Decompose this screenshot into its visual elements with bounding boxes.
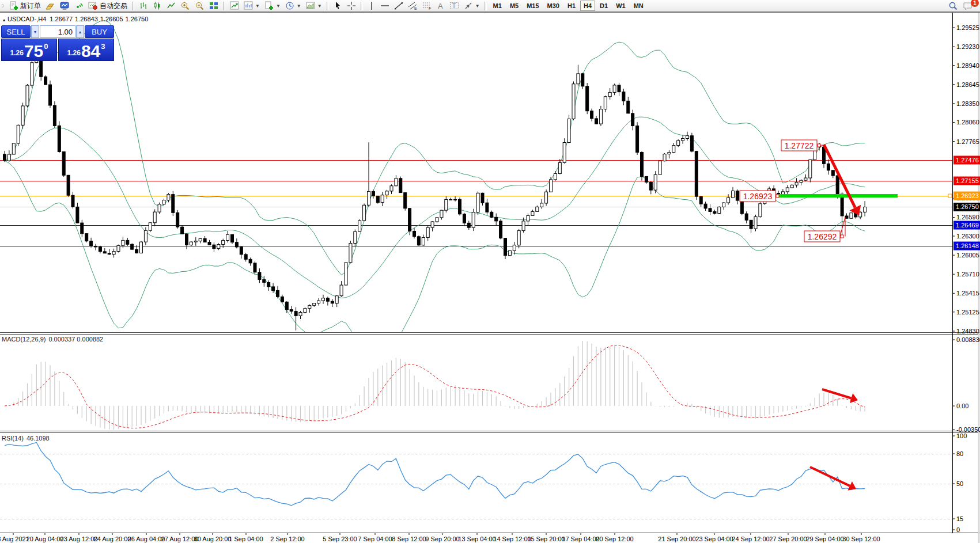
bull-candle xyxy=(672,146,675,153)
timeframe-m30[interactable]: M30 xyxy=(544,1,563,11)
new-order-button[interactable]: 新订单 xyxy=(7,1,43,11)
red-trend-arrow[interactable] xyxy=(810,467,856,491)
price-annotation-label[interactable]: 1.27722 xyxy=(781,140,823,151)
timeframe-h1[interactable]: H1 xyxy=(564,1,579,11)
timeframe-d1[interactable]: D1 xyxy=(596,1,611,11)
clock-button[interactable]: ▼ xyxy=(283,1,304,11)
line-chart-button[interactable] xyxy=(164,1,178,11)
bull-candle xyxy=(659,161,661,175)
chart-canvas[interactable]: 1.277221.269231.262921.295251.292301.289… xyxy=(0,0,980,543)
bull-candle xyxy=(217,244,220,248)
bull-candle xyxy=(809,160,812,178)
red-trend-arrow[interactable] xyxy=(822,389,858,403)
price-annotation-label[interactable]: 1.26923 xyxy=(740,191,779,202)
bull-candle xyxy=(436,218,438,222)
symbol-name: USDCAD-,H4 xyxy=(7,16,46,22)
notifications-button[interactable]: 1 xyxy=(960,1,975,11)
price-annotation-label[interactable]: 1.26292 xyxy=(804,217,845,242)
bull-candle xyxy=(422,237,425,245)
bear-candle xyxy=(404,193,407,208)
fibonacci-button[interactable]: F xyxy=(420,1,434,11)
timeframe-m1[interactable]: M1 xyxy=(490,1,505,11)
market-watch-button[interactable] xyxy=(58,1,72,11)
volume-decrease-button[interactable]: ▼ xyxy=(31,25,39,38)
buy-price-display[interactable]: 1.26 84 3 xyxy=(58,39,114,61)
candle-chart-button[interactable] xyxy=(150,1,164,11)
bull-candle xyxy=(795,183,798,185)
text-button[interactable]: A xyxy=(434,1,447,11)
bear-candle xyxy=(81,223,84,234)
bear-candle xyxy=(277,290,279,297)
time-tick-label: 24 Sep 12:00 xyxy=(732,536,769,542)
bear-candle xyxy=(181,227,184,234)
equidistant-channel-button[interactable]: E xyxy=(406,1,420,11)
auto-trading-button[interactable]: 自动交易 xyxy=(86,1,130,11)
bull-candle xyxy=(668,153,671,154)
bull-candle xyxy=(426,227,429,237)
chart-shift-button[interactable]: ▼ xyxy=(304,1,324,11)
bear-candle xyxy=(108,253,111,255)
trendline-button[interactable] xyxy=(392,1,406,11)
bull-candle xyxy=(517,231,520,245)
macd-tick-label: 0.008836 xyxy=(956,336,980,343)
zoom-out-button[interactable] xyxy=(192,1,207,11)
gold-button[interactable] xyxy=(43,1,58,11)
bear-candle xyxy=(500,221,502,238)
bear-candle xyxy=(186,234,188,245)
bear-candle xyxy=(467,223,470,227)
search-button[interactable] xyxy=(946,1,960,11)
timeframe-h4[interactable]: H4 xyxy=(580,1,595,11)
bear-candle xyxy=(103,252,106,253)
bear-candle xyxy=(709,208,712,212)
volume-increase-button[interactable]: ▲ xyxy=(76,25,84,38)
time-tick-label: 26 Aug 04:00 xyxy=(128,536,165,542)
periods-button[interactable]: ▼ xyxy=(241,1,262,11)
volume-input[interactable]: 1.00 xyxy=(40,25,75,38)
svg-text:A: A xyxy=(438,2,443,10)
annotation-text: 1.26292 xyxy=(808,232,837,241)
timeframe-m5[interactable]: M5 xyxy=(506,1,522,11)
signal-button[interactable] xyxy=(72,1,86,11)
bear-candle xyxy=(326,298,329,301)
bar-chart-button[interactable] xyxy=(137,1,150,11)
bear-candle xyxy=(272,287,275,290)
bull-candle xyxy=(149,223,152,231)
line-handle[interactable] xyxy=(948,194,952,198)
timeframe-mn[interactable]: MN xyxy=(630,1,647,11)
bear-candle xyxy=(454,199,457,200)
bull-candle xyxy=(759,204,762,217)
sell-button[interactable]: SELL xyxy=(1,25,31,38)
vertical-line-button[interactable] xyxy=(365,1,378,11)
sell-price-display[interactable]: 1.26 75 0 xyxy=(1,39,57,61)
bear-candle xyxy=(459,199,461,214)
cursor-button[interactable] xyxy=(331,1,345,11)
bull-candle xyxy=(381,195,384,203)
templates-button[interactable]: ▼ xyxy=(262,1,283,11)
rsi-tick-label: 15 xyxy=(956,515,963,522)
horizontal-line-button[interactable] xyxy=(378,1,392,11)
bear-candle xyxy=(290,310,293,312)
arrows-button[interactable]: ▼ xyxy=(461,1,482,11)
mt4-window: { "toolbar": { "new_order_label": "新订单",… xyxy=(0,0,980,543)
price-tick-label: 1.29525 xyxy=(956,24,979,31)
zoom-in-button[interactable] xyxy=(178,1,192,11)
annotation-connector xyxy=(840,217,845,237)
bear-candle xyxy=(213,245,215,248)
bull-candle xyxy=(194,241,197,242)
price-tick-label: 1.28350 xyxy=(956,100,979,107)
timeframe-w1[interactable]: W1 xyxy=(612,1,629,11)
timeframe-m15[interactable]: M15 xyxy=(523,1,542,11)
bull-candle xyxy=(226,234,229,240)
text-label-button[interactable]: T xyxy=(447,1,461,11)
crosshair-button[interactable] xyxy=(345,1,358,11)
sell-price-prefix: 1.26 xyxy=(10,49,24,57)
bear-candle xyxy=(836,176,839,194)
bull-candle xyxy=(527,215,529,221)
buy-button[interactable]: BUY xyxy=(85,25,114,38)
bull-candle xyxy=(222,241,225,245)
trendline-icon xyxy=(394,1,403,10)
tile-windows-button[interactable] xyxy=(207,1,221,11)
indicators-button[interactable] xyxy=(228,1,241,11)
tile-windows-icon xyxy=(209,1,218,10)
bull-candle xyxy=(190,242,192,245)
